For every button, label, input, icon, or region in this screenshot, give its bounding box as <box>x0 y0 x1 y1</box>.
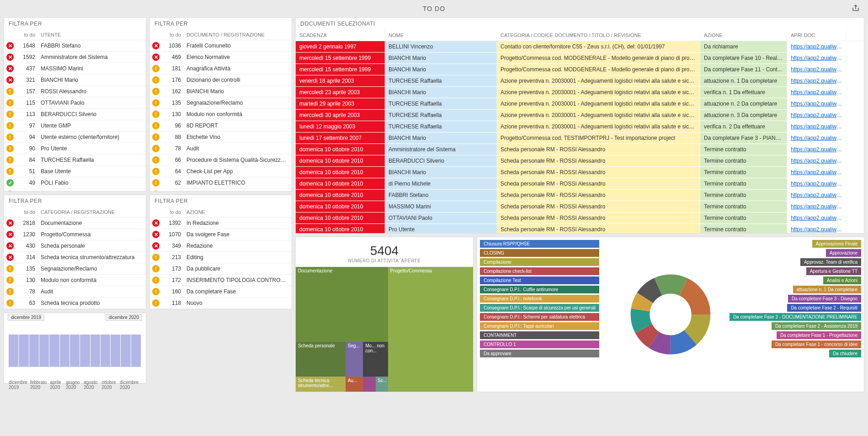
timeline-bar[interactable] <box>70 335 80 367</box>
list-item[interactable]: !173Da pubblicare <box>150 263 292 275</box>
legend-item[interactable]: Apertura e Gestione TT <box>806 267 861 275</box>
list-item[interactable]: ✕1392In Redazione <box>150 218 292 229</box>
share-icon[interactable] <box>852 4 860 13</box>
timeline-bar[interactable] <box>39 335 49 367</box>
list-item[interactable]: ✕437MASSIMO Marini <box>4 63 146 74</box>
treemap-tile[interactable] <box>388 342 473 392</box>
list-item[interactable]: ✕349Redazione <box>150 240 292 252</box>
list-item[interactable]: !57LANCIA PHEDRA <box>150 189 292 191</box>
list-item[interactable]: ✕430Scheda personale <box>4 240 146 252</box>
legend-item[interactable]: CONTROLLO 1 <box>480 340 599 348</box>
treemap-tile[interactable]: Mo... non con... <box>363 342 388 377</box>
legend-item[interactable]: Da completare Fase 2 - Requisiti <box>787 304 861 312</box>
table-row[interactable]: domenica 10 ottobre 2010BIANCHI MarioSch… <box>296 167 864 178</box>
cell-link[interactable]: https://app2.qualiwa... <box>787 87 847 98</box>
list-item[interactable]: !135Segnalazione/Reclamo <box>4 263 146 275</box>
treemap-tile[interactable]: Documentazione <box>296 267 388 342</box>
list-item[interactable]: !78Audit <box>150 143 292 154</box>
timeline-bars[interactable] <box>9 326 141 367</box>
treemap-tile[interactable]: Scheda tecnica strumento/attre... <box>296 377 346 392</box>
list-item[interactable]: ✕321BIANCHI Mario <box>4 74 146 86</box>
col-header-apridoc[interactable]: APRI DOC <box>787 30 847 41</box>
list-item[interactable]: !162BIANCHI Mario <box>150 86 292 97</box>
treemap-tile[interactable] <box>363 377 375 392</box>
legend-item[interactable]: Approvazione Finale <box>812 240 861 248</box>
legend-item[interactable]: Compilazione Test <box>480 276 599 284</box>
list-item[interactable]: !181Anagrafica Attività <box>150 63 292 74</box>
legend-item[interactable]: Consegnare D.P.I.: notebook <box>480 295 599 303</box>
legend-item[interactable]: Compilazione check-list <box>480 267 599 275</box>
treemap[interactable]: DocumentazioneProgetto/CommessaScheda pe… <box>296 267 473 392</box>
table-row[interactable]: mercoledì 15 settembre 1999BIANCHI Mario… <box>296 53 864 64</box>
cell-link[interactable]: https://app2.qualiwa... <box>787 178 847 189</box>
legend-item[interactable]: Consegnare D.P.I.: Schermi per saldatura… <box>480 313 599 321</box>
table-row[interactable]: domenica 10 ottobre 2010BERARDUCCI Silve… <box>296 155 864 167</box>
list-item[interactable]: !84TURCHESE Raffaella <box>4 154 146 166</box>
table-row[interactable]: domenica 10 ottobre 2010OTTAVIANI PaoloS… <box>296 213 864 224</box>
timeline-bar[interactable] <box>101 335 111 367</box>
legend-item[interactable]: Consegnare D.P.I.: Scarpe di sicurezza p… <box>480 304 599 312</box>
timeline-bar[interactable] <box>9 335 19 367</box>
legend-item[interactable]: Da chiudere <box>829 350 861 357</box>
legend-item[interactable]: Da approvare <box>480 350 599 357</box>
treemap-tile[interactable]: Scheda personale <box>296 342 346 377</box>
donut-chart[interactable] <box>627 271 714 358</box>
table-row[interactable]: martedì 29 aprile 2003TURCHESE Raffaella… <box>296 98 864 110</box>
legend-item[interactable]: Da completare Fase 1 - concorso di idee <box>772 340 861 348</box>
list-item[interactable]: !66Procedure di Sistema Qualità-Sicurezz… <box>150 154 292 166</box>
list-item[interactable]: !968D REPORT <box>150 120 292 132</box>
treemap-tile[interactable]: Sc... <box>376 377 388 392</box>
list-item[interactable]: !157ROSSI Alessandro <box>4 86 146 97</box>
table-row[interactable]: mercoledì 23 aprile 2003BIANCHI MarioAzi… <box>296 87 864 98</box>
table-row[interactable]: domenica 10 ottobre 2010FABBRI StefanoSc… <box>296 190 864 201</box>
list-item[interactable]: !97Utente GMP <box>4 120 146 132</box>
list-item[interactable]: !130Modulo non conformità <box>4 275 146 286</box>
list-item[interactable]: !115OTTAVIANI Paolo <box>4 97 146 109</box>
cell-link[interactable]: https://app2.qualiwa... <box>787 41 847 52</box>
table-row[interactable]: domenica 10 ottobre 2010Pro UtenteScheda… <box>296 224 864 233</box>
list-item[interactable]: ✕314Scheda tecnica strumento/attrezzatur… <box>4 252 146 263</box>
table-row[interactable]: lunedì 12 maggio 2003TURCHESE RaffaellaA… <box>296 121 864 133</box>
table-row[interactable]: lunedì 17 settembre 2007BIANCHI MarioPro… <box>296 133 864 144</box>
cell-link[interactable]: https://app2.qualiwa... <box>787 224 847 233</box>
list-item[interactable]: !172INSERIMENTO TIPOLOGIA CONTROLLO <box>150 275 292 286</box>
cell-link[interactable]: https://app2.qualiwa... <box>787 98 847 109</box>
cell-link[interactable]: https://app2.qualiwa... <box>787 144 847 155</box>
timeline-bar[interactable] <box>19 335 29 367</box>
legend-item[interactable]: Approvazione <box>826 249 861 257</box>
legend-item[interactable]: Chiusura RSPP/QHSE <box>480 240 599 248</box>
legend-item[interactable]: Consegnare D.P.I.: Tappi auricolari <box>480 322 599 330</box>
list-item[interactable]: ✕1648FABBRI Stefano <box>4 40 146 52</box>
timeline-bar[interactable] <box>49 335 59 367</box>
cell-link[interactable]: https://app2.qualiwa... <box>787 155 847 166</box>
list-item[interactable]: !160Da completare Fase <box>150 286 292 298</box>
cell-link[interactable]: https://app2.qualiwa... <box>787 201 847 212</box>
list-item[interactable]: ✕1230Progetto/Commessa <box>4 229 146 240</box>
table-row[interactable]: mercoledì 15 settembre 1999BIANCHI Mario… <box>296 64 864 75</box>
list-item[interactable]: !88Etichette Vino <box>150 132 292 143</box>
list-item[interactable]: ✓49POLI Fabio <box>4 177 146 189</box>
list-item[interactable]: !176Dizionario dei controlli <box>150 74 292 86</box>
legend-item[interactable]: Approvaz. Team di verifica <box>800 258 861 266</box>
cell-link[interactable]: https://app2.qualiwa... <box>787 167 847 178</box>
legend-item[interactable]: Da completare Fase 2 - DOCUMENTAZIONE PR… <box>730 313 861 321</box>
legend-item[interactable]: Analisi e Azioni <box>823 276 861 284</box>
list-item[interactable]: !51Base Utente <box>4 166 146 177</box>
cell-link[interactable]: https://app2.qualiwa... <box>787 110 847 121</box>
list-item[interactable]: ✕2818Documentazione <box>4 218 146 229</box>
legend-item[interactable]: CONTAINMENT <box>480 331 599 339</box>
timeline-bar[interactable] <box>29 335 39 367</box>
legend-item[interactable]: attuazione n. 1 Da completare <box>793 286 861 293</box>
list-item[interactable]: !135Segnalazione/Reclamo <box>150 97 292 109</box>
table-row[interactable]: mercoledì 30 aprile 2003TURCHESE Raffael… <box>296 110 864 121</box>
timeline-bar[interactable] <box>121 335 131 367</box>
col-header-categoria[interactable]: CATEGORIA / CODICE DOCUMENTO / TITOLO / … <box>497 30 700 41</box>
list-item[interactable]: !213Editing <box>150 252 292 263</box>
list-item[interactable]: ✓48DONIZETTI Gaetano <box>4 189 146 191</box>
list-item[interactable]: !94Utente esterno (cliente/fornitore) <box>4 132 146 143</box>
list-item[interactable]: ✕1036Fratelli Comunello <box>150 40 292 52</box>
table-row[interactable]: domenica 10 ottobre 2010di Pierno Michel… <box>296 178 864 190</box>
cell-link[interactable]: https://app2.qualiwa... <box>787 213 847 223</box>
treemap-tile[interactable]: Au... <box>346 377 363 392</box>
legend-item[interactable]: Consegnare D.P.I.: Cuffie antirumore <box>480 286 599 293</box>
